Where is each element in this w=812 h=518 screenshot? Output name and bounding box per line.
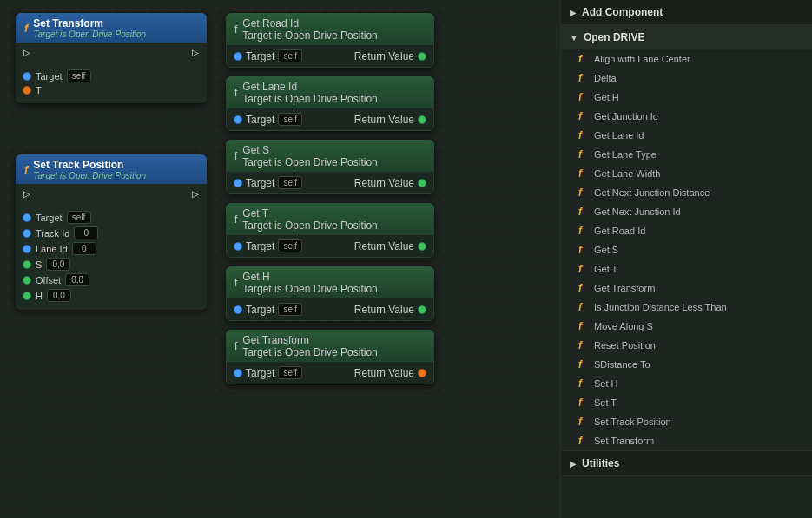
item-is-junction-dist-label: Is Junction Distance Less Than bbox=[594, 302, 727, 312]
func-f-next-junc-dist: f bbox=[578, 187, 589, 199]
get-road-id-header: f Get Road Id Target is Open Drive Posit… bbox=[226, 13, 434, 45]
track-target-label: Target bbox=[36, 213, 63, 223]
set-track-body: Target self Track Id 0 Lane Id 0 S 0,0 O… bbox=[16, 203, 207, 310]
func-icon-lane: f bbox=[234, 87, 237, 99]
get-transform-header: f Get Transform Target is Open Drive Pos… bbox=[226, 330, 434, 362]
open-drive-chevron: ▼ bbox=[570, 33, 578, 43]
item-get-lane-width[interactable]: f Get Lane Width bbox=[561, 164, 812, 183]
func-f-reset: f bbox=[578, 339, 589, 351]
exec-in-pin-track[interactable]: ▷ bbox=[21, 187, 33, 200]
set-transform-header: f Set Transform Target is Open Drive Pos… bbox=[16, 13, 207, 43]
s-target-value[interactable]: self bbox=[278, 176, 302, 189]
get-road-id-subtitle: Target is Open Drive Position bbox=[242, 30, 377, 42]
exec-out-pin-track[interactable]: ▷ bbox=[189, 187, 201, 200]
item-get-lane-id[interactable]: f Get Lane Id bbox=[561, 126, 812, 145]
func-f-get-h: f bbox=[578, 91, 589, 103]
item-set-h[interactable]: f Set H bbox=[561, 374, 812, 393]
item-delta[interactable]: f Delta bbox=[561, 69, 812, 88]
item-is-junction-dist[interactable]: f Is Junction Distance Less Than bbox=[561, 298, 812, 317]
get-t-title: Get T bbox=[242, 207, 377, 220]
set-track-header: f Set Track Position Target is Open Driv… bbox=[16, 154, 207, 184]
item-get-junction-id-label: Get Junction Id bbox=[594, 111, 658, 121]
get-t-subtitle: Target is Open Drive Position bbox=[242, 220, 377, 232]
item-get-next-junction-dist-label: Get Next Junction Distance bbox=[594, 187, 710, 198]
item-get-junction-id[interactable]: f Get Junction Id bbox=[561, 107, 812, 126]
func-f-road-id: f bbox=[578, 225, 589, 237]
func-f-junction-id: f bbox=[578, 110, 589, 122]
h-target-value[interactable]: self bbox=[278, 303, 302, 316]
lane-id-label: Lane Id bbox=[36, 244, 68, 254]
right-panel: ▶ Add Component ▼ Open DRIVE f Align wit… bbox=[560, 0, 812, 518]
func-f-get-s: f bbox=[578, 244, 589, 256]
get-t-header: f Get T Target is Open Drive Position bbox=[226, 203, 434, 235]
get-road-id-title: Get Road Id bbox=[242, 17, 377, 30]
item-get-s[interactable]: f Get S bbox=[561, 240, 812, 259]
item-get-transform[interactable]: f Get Transform bbox=[561, 279, 812, 298]
func-icon: f bbox=[24, 22, 28, 35]
lane-id-value[interactable]: 0 bbox=[72, 242, 96, 255]
item-get-t[interactable]: f Get T bbox=[561, 259, 812, 279]
exec-row: ▷ ▷ bbox=[16, 43, 207, 62]
get-t-body: Target self Return Value bbox=[226, 235, 434, 258]
item-set-track-position[interactable]: f Set Track Position bbox=[561, 412, 812, 431]
get-road-id-node: f Get Road Id Target is Open Drive Posit… bbox=[226, 13, 434, 68]
t-return-dot bbox=[418, 242, 426, 251]
h-value[interactable]: 0,0 bbox=[47, 289, 71, 302]
item-get-road-id[interactable]: f Get Road Id bbox=[561, 221, 812, 240]
item-get-lane-type[interactable]: f Get Lane Type bbox=[561, 145, 812, 164]
func-f-set-transform: f bbox=[578, 435, 589, 447]
h-return-dot bbox=[418, 305, 426, 314]
get-s-body: Target self Return Value bbox=[226, 172, 434, 194]
middle-nodes-group: f Get Road Id Target is Open Drive Posit… bbox=[226, 13, 434, 384]
item-set-transform[interactable]: f Set Transform bbox=[561, 431, 812, 450]
track-target-dot bbox=[23, 213, 31, 222]
func-f-set-t: f bbox=[578, 397, 589, 409]
item-reset-position-label: Reset Position bbox=[594, 340, 656, 351]
offset-pin-row: Offset 0,0 bbox=[23, 273, 200, 286]
item-align-lane-label: Align with Lane Center bbox=[594, 54, 690, 64]
item-align-lane[interactable]: f Align with Lane Center bbox=[561, 49, 812, 69]
item-get-lane-type-label: Get Lane Type bbox=[594, 149, 657, 160]
utilities-section: ▶ Utilities bbox=[561, 451, 812, 476]
set-transform-node: f Set Transform Target is Open Drive Pos… bbox=[16, 13, 207, 103]
exec-row-track: ▷ ▷ bbox=[16, 184, 207, 203]
func-icon-2: f bbox=[24, 163, 28, 176]
target-value[interactable]: self bbox=[67, 69, 91, 82]
road-target-value[interactable]: self bbox=[278, 49, 302, 62]
track-id-pin-row: Track Id 0 bbox=[23, 226, 200, 239]
item-sdistance-to[interactable]: f SDistance To bbox=[561, 355, 812, 374]
s-value[interactable]: 0,0 bbox=[46, 258, 70, 271]
offset-value[interactable]: 0,0 bbox=[65, 273, 89, 286]
t-target-label: Target bbox=[246, 240, 274, 252]
t-target-value[interactable]: self bbox=[278, 239, 302, 252]
utilities-header[interactable]: ▶ Utilities bbox=[561, 451, 812, 475]
t-return-label: Return Value bbox=[354, 240, 414, 252]
get-lane-id-node: f Get Lane Id Target is Open Drive Posit… bbox=[226, 76, 434, 131]
open-drive-header[interactable]: ▼ Open DRIVE bbox=[561, 25, 812, 49]
lane-target-value[interactable]: self bbox=[278, 113, 302, 126]
item-move-along[interactable]: f Move Along S bbox=[561, 317, 812, 336]
track-target-value[interactable]: self bbox=[67, 211, 91, 224]
exec-out-pin[interactable]: ▷ bbox=[189, 46, 201, 58]
item-set-t[interactable]: f Set T bbox=[561, 393, 812, 412]
track-id-label: Track Id bbox=[36, 228, 69, 239]
func-f-get-transform: f bbox=[578, 282, 589, 294]
exec-in-pin[interactable]: ▷ bbox=[21, 46, 33, 58]
transform-target-label: Target bbox=[246, 367, 274, 379]
track-id-value[interactable]: 0 bbox=[74, 226, 98, 239]
s-target-label: Target bbox=[246, 177, 274, 189]
s-return-label: Return Value bbox=[354, 177, 414, 189]
item-get-h[interactable]: f Get H bbox=[561, 88, 812, 107]
get-s-title: Get S bbox=[242, 144, 377, 156]
h-target-dot bbox=[234, 305, 242, 314]
item-reset-position[interactable]: f Reset Position bbox=[561, 336, 812, 355]
s-target-dot bbox=[234, 179, 242, 187]
func-icon-transform: f bbox=[234, 340, 237, 352]
transform-target-value[interactable]: self bbox=[278, 366, 302, 379]
blueprint-canvas[interactable]: f Set Transform Target is Open Drive Pos… bbox=[0, 0, 560, 518]
item-get-next-junction-dist[interactable]: f Get Next Junction Distance bbox=[561, 183, 812, 202]
add-component-header[interactable]: ▶ Add Component bbox=[561, 0, 812, 24]
set-transform-subtitle: Target is Open Drive Position bbox=[33, 30, 146, 39]
item-set-transform-label: Set Transform bbox=[594, 436, 654, 446]
item-get-next-junction-id[interactable]: f Get Next Junction Id bbox=[561, 202, 812, 221]
